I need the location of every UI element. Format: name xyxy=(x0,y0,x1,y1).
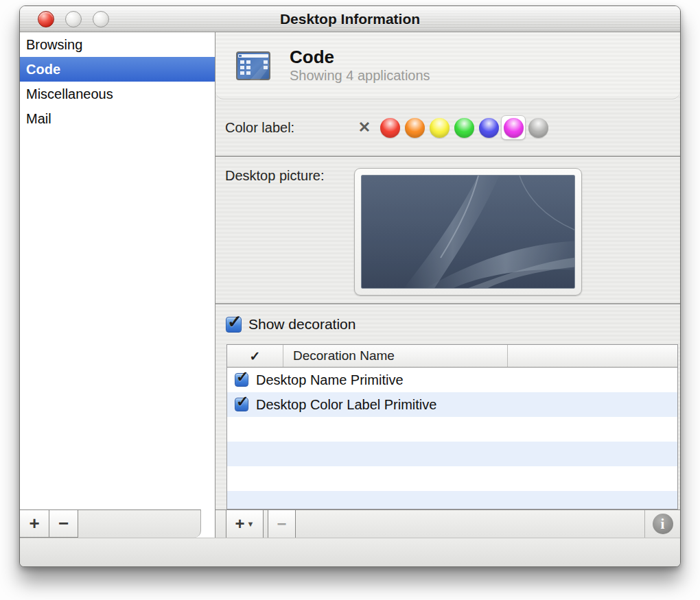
sidebar-remove-button[interactable]: − xyxy=(49,510,78,538)
clear-color-icon[interactable]: ✕ xyxy=(354,119,375,136)
color-swatch-blue[interactable] xyxy=(476,115,501,140)
table-row[interactable]: ✓Desktop Name Primitive xyxy=(227,368,677,392)
desktop-picture-row: Desktop picture: xyxy=(215,157,680,304)
checkmark-icon: ✓ xyxy=(227,311,242,333)
color-swatch-red[interactable] xyxy=(377,115,402,140)
desktop-picture-preview xyxy=(362,176,575,289)
sidebar-item-code[interactable]: Code xyxy=(20,57,215,82)
table-row xyxy=(227,466,677,491)
blue-dot-icon xyxy=(479,118,499,138)
window-bottom-strip xyxy=(20,538,680,566)
table-row[interactable]: ✓Desktop Color Label Primitive xyxy=(227,392,677,417)
close-button[interactable] xyxy=(38,11,54,27)
detail-panel: Code Showing 4 applications Color label:… xyxy=(215,32,680,538)
show-decoration-label: Show decoration xyxy=(248,316,355,333)
row-checkbox[interactable]: ✓ xyxy=(235,373,248,387)
title-bar[interactable]: Desktop Information xyxy=(20,6,680,32)
enabled-column-header[interactable]: ✓ xyxy=(227,345,283,367)
decorations-table: ✓ Decoration Name ✓Desktop Name Primitiv… xyxy=(226,344,678,509)
show-decoration-checkbox[interactable]: ✓ xyxy=(226,317,242,333)
color-swatch-gray[interactable] xyxy=(526,115,550,140)
desktop-window-icon xyxy=(236,51,270,80)
desktop-picture-well[interactable] xyxy=(354,168,582,296)
sidebar-item-mail[interactable]: Mail xyxy=(20,106,215,131)
decoration-name: Desktop Name Primitive xyxy=(256,372,404,388)
color-swatch-yellow[interactable] xyxy=(427,115,452,140)
checkmark-icon: ✓ xyxy=(236,368,248,386)
plus-icon: + xyxy=(235,514,245,533)
gray-dot-icon xyxy=(528,118,548,138)
desktop-picture-caption: Desktop picture: xyxy=(225,168,354,303)
sidebar-button-bar: + − xyxy=(20,509,201,538)
info-icon: i xyxy=(653,514,673,534)
show-decoration-row: ✓ Show decoration xyxy=(215,304,680,344)
sidebar-item-miscellaneous[interactable]: Miscellaneous xyxy=(20,82,215,106)
menu-arrow-icon: ▼ xyxy=(247,520,255,528)
desktop-information-window: Desktop Information BrowsingCodeMiscella… xyxy=(19,5,681,567)
window-title: Desktop Information xyxy=(280,11,420,27)
color-label-caption: Color label: xyxy=(225,120,354,136)
color-swatch-orange[interactable] xyxy=(402,115,427,140)
magenta-dot-icon xyxy=(504,118,524,138)
extra-column-header[interactable] xyxy=(507,345,677,367)
selection-header-text: Code Showing 4 applications xyxy=(290,47,430,84)
checkmark-icon: ✓ xyxy=(236,393,248,411)
selection-title: Code xyxy=(290,47,430,68)
remove-decoration-button[interactable]: − xyxy=(268,510,296,538)
row-checkbox[interactable]: ✓ xyxy=(235,398,248,411)
screen: Desktop Information BrowsingCodeMiscella… xyxy=(0,0,700,600)
decorations-button-bar: + ▼ − i xyxy=(215,509,680,538)
window-controls xyxy=(38,11,109,27)
selection-subtitle: Showing 4 applications xyxy=(290,68,430,84)
sidebar: BrowsingCodeMiscellaneousMail + − xyxy=(20,32,215,538)
zoom-button[interactable] xyxy=(93,11,109,27)
add-decoration-button[interactable]: + ▼ xyxy=(226,510,264,538)
color-swatch-green[interactable] xyxy=(452,115,476,140)
sidebar-list: BrowsingCodeMiscellaneousMail xyxy=(20,32,215,131)
name-column-header[interactable]: Decoration Name xyxy=(283,348,507,363)
decoration-name: Desktop Color Label Primitive xyxy=(256,397,436,413)
orange-dot-icon xyxy=(405,118,425,138)
red-dot-icon xyxy=(380,118,400,138)
color-swatches xyxy=(377,115,550,140)
table-row xyxy=(227,442,677,466)
selection-header: Code Showing 4 applications xyxy=(215,32,680,99)
minimize-button[interactable] xyxy=(65,11,82,27)
table-row xyxy=(227,417,677,442)
table-header: ✓ Decoration Name xyxy=(227,345,677,368)
table-row xyxy=(227,491,677,509)
sidebar-item-browsing[interactable]: Browsing xyxy=(20,32,215,57)
color-swatch-magenta[interactable] xyxy=(501,115,526,140)
yellow-dot-icon xyxy=(430,118,450,138)
color-label-row: Color label: ✕ xyxy=(215,99,680,157)
info-button[interactable]: i xyxy=(644,510,680,538)
sidebar-add-button[interactable]: + xyxy=(20,510,49,538)
green-dot-icon xyxy=(454,118,474,138)
table-body: ✓Desktop Name Primitive✓Desktop Color La… xyxy=(227,368,677,509)
